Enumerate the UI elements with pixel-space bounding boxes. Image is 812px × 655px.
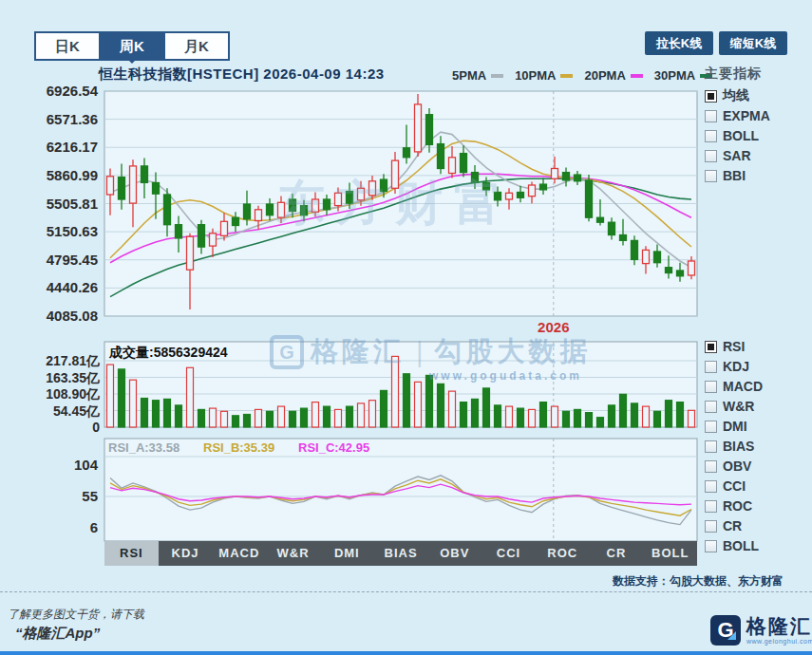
svg-text:RSI_A:33.58: RSI_A:33.58 — [108, 440, 179, 455]
svg-text:217.81亿: 217.81亿 — [46, 353, 100, 368]
indicator-tab-BOLL[interactable]: BOLL — [643, 541, 697, 566]
svg-text:55: 55 — [82, 488, 98, 504]
svg-text:4795.45: 4795.45 — [47, 252, 98, 268]
indicator-checkbox-MACD[interactable]: MACD — [705, 379, 763, 394]
indicator-tab-RSI[interactable]: RSI — [104, 541, 159, 566]
indicator-checkbox-CR[interactable]: CR — [705, 518, 763, 533]
footer-divider — [0, 591, 812, 592]
indicator-checkbox-DMI[interactable]: DMI — [705, 419, 763, 434]
svg-text:5150.63: 5150.63 — [47, 223, 98, 239]
svg-text:4440.26: 4440.26 — [47, 279, 98, 295]
sub-indicator-list: RSIKDJMACDW&RDMIBIASOBVCCIROCCRBOLL — [705, 339, 763, 553]
legend-20PMA: 20PMA — [584, 68, 642, 83]
svg-text:2026: 2026 — [538, 319, 569, 335]
gelonghui-logo-g-icon: G — [710, 615, 741, 646]
legend-color-swatch — [560, 74, 573, 78]
gelonghui-logo-text: 格隆汇 — [746, 615, 812, 638]
checkbox-icon[interactable] — [705, 130, 717, 142]
bottom-accent-strip — [0, 651, 812, 655]
checkbox-icon[interactable] — [705, 460, 717, 473]
indicator-checkbox-BIAS[interactable]: BIAS — [705, 439, 763, 454]
svg-text:RSI_B:35.39: RSI_B:35.39 — [203, 440, 274, 455]
indicator-checkbox-BOLL[interactable]: BOLL — [705, 538, 763, 553]
promo-line-2: “格隆汇App” — [15, 625, 100, 643]
svg-text:108.90亿: 108.90亿 — [46, 386, 100, 402]
indicator-checkbox-ROC[interactable]: ROC — [705, 498, 763, 514]
checkbox-icon[interactable] — [705, 480, 717, 493]
period-tab-group: 日K周K月K — [34, 31, 230, 61]
checkbox-icon[interactable] — [705, 170, 717, 182]
indicator-tab-bar: RSIKDJMACDW&RDMIBIASOBVCCIROCCRBOLL — [104, 541, 697, 566]
legend-30PMA: 30PMA — [654, 68, 712, 83]
indicator-checkbox-SAR[interactable]: SAR — [705, 148, 770, 163]
indicator-checkbox-OBV[interactable]: OBV — [705, 458, 763, 474]
legend-5PMA: 5PMA — [452, 68, 503, 83]
checkbox-icon[interactable] — [705, 540, 717, 552]
main-indicator-list: 均线EXPMABOLLSARBBI — [705, 88, 770, 183]
indicator-tab-MACD[interactable]: MACD — [212, 541, 266, 566]
indicator-tab-CCI[interactable]: CCI — [482, 541, 536, 566]
indicator-checkbox-KDJ[interactable]: KDJ — [705, 359, 763, 374]
ma-legend: 5PMA10PMA20PMA30PMA — [452, 68, 712, 83]
indicator-tab-BIAS[interactable]: BIAS — [374, 541, 428, 566]
svg-text:5505.81: 5505.81 — [47, 196, 98, 212]
indicator-tab-KDJ[interactable]: KDJ — [159, 541, 213, 566]
indicator-checkbox-EXPMA[interactable]: EXPMA — [705, 108, 770, 123]
indicator-tab-W&R[interactable]: W&R — [266, 541, 320, 566]
checkbox-icon[interactable] — [705, 341, 717, 353]
shrink-kline-button[interactable]: 缩短K线 — [719, 31, 787, 55]
indicator-checkbox-BBI[interactable]: BBI — [705, 168, 770, 183]
checkbox-icon[interactable] — [705, 440, 717, 453]
checkbox-icon[interactable] — [705, 381, 717, 393]
indicator-tab-DMI[interactable]: DMI — [320, 541, 374, 566]
svg-text:成交量:5856329424: 成交量:5856329424 — [108, 345, 228, 360]
svg-text:6926.54: 6926.54 — [47, 83, 99, 99]
checkbox-icon[interactable] — [705, 90, 717, 103]
svg-text:6216.17: 6216.17 — [47, 139, 98, 155]
svg-text:6: 6 — [90, 519, 98, 535]
svg-text:4085.08: 4085.08 — [47, 308, 98, 324]
promo-line-1: 了解更多图文干货，请下载 — [8, 607, 144, 623]
stock-chart-app: 6926.546571.366216.175860.995505.815150.… — [0, 0, 812, 655]
checkbox-icon[interactable] — [705, 110, 717, 122]
stretch-kline-button[interactable]: 拉长K线 — [645, 31, 713, 55]
period-tab-月K[interactable]: 月K — [163, 33, 228, 59]
indicator-tab-OBV[interactable]: OBV — [427, 541, 482, 566]
svg-text:163.35亿: 163.35亿 — [46, 370, 100, 385]
period-tab-日K[interactable]: 日K — [36, 33, 99, 59]
indicator-checkbox-CCI[interactable]: CCI — [705, 478, 763, 494]
checkbox-icon[interactable] — [705, 500, 717, 513]
checkbox-icon[interactable] — [705, 421, 717, 433]
main-indicators-title: 主要指标 — [705, 66, 762, 83]
checkbox-icon[interactable] — [705, 150, 717, 162]
indicator-checkbox-W&R[interactable]: W&R — [705, 399, 763, 414]
legend-10PMA: 10PMA — [515, 68, 573, 83]
indicator-tab-ROC[interactable]: ROC — [536, 541, 590, 566]
indicator-checkbox-均线[interactable]: 均线 — [705, 88, 770, 103]
legend-color-swatch — [631, 74, 643, 78]
chart-title: 恒生科技指数[HSTECH] 2026-04-09 14:23 — [99, 66, 385, 84]
checkbox-icon[interactable] — [705, 520, 717, 533]
svg-text:RSI_C:42.95: RSI_C:42.95 — [298, 440, 369, 455]
gelonghui-logo: G 格隆汇 www.gelonghui.com — [710, 615, 812, 646]
indicator-checkbox-RSI[interactable]: RSI — [705, 339, 763, 354]
svg-text:6571.36: 6571.36 — [47, 111, 98, 127]
gelonghui-logo-url: www.gelonghui.com — [746, 638, 812, 645]
period-tab-周K[interactable]: 周K — [99, 33, 163, 59]
checkbox-icon[interactable] — [705, 401, 717, 413]
indicator-tab-CR[interactable]: CR — [590, 541, 644, 566]
checkbox-icon[interactable] — [705, 361, 717, 373]
svg-text:54.45亿: 54.45亿 — [53, 403, 100, 419]
legend-color-swatch — [491, 74, 503, 78]
svg-text:104: 104 — [74, 457, 99, 473]
svg-text:5860.99: 5860.99 — [47, 167, 98, 183]
data-support-text: 数据支持：勾股大数据、东方财富 — [613, 573, 784, 590]
indicator-checkbox-BOLL[interactable]: BOLL — [705, 128, 770, 143]
svg-text:0: 0 — [92, 420, 100, 435]
